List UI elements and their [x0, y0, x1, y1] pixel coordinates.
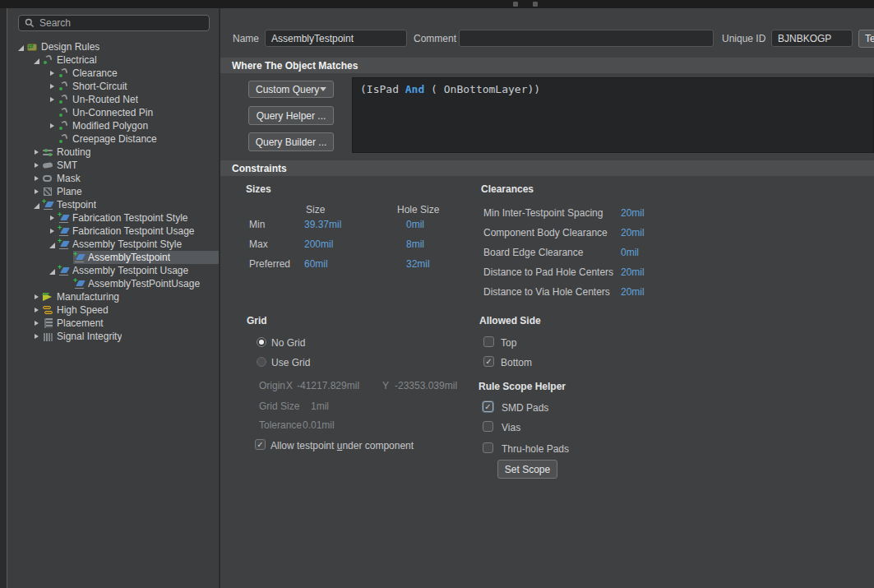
- min-hole-size-value[interactable]: 0mil: [406, 219, 424, 230]
- testpoint-icon: [58, 238, 70, 250]
- expand-arrow-icon[interactable]: [31, 292, 42, 303]
- expand-arrow-icon[interactable]: [47, 213, 58, 224]
- expand-arrow-icon[interactable]: [47, 95, 58, 105]
- use-grid-label[interactable]: Use Grid: [271, 357, 310, 368]
- rule-icon: [58, 107, 70, 118]
- distance-to-pad-hole-centers-value[interactable]: 20mil: [621, 266, 645, 278]
- clearance-row-label: Distance to Via Hole Centers: [483, 286, 610, 298]
- tree-item-label: AssemblyTestPointUsage: [88, 278, 200, 289]
- set-scope-button[interactable]: Set Scope: [497, 460, 557, 479]
- search-placeholder: Search: [39, 17, 71, 29]
- expand-arrow-icon[interactable]: [31, 160, 42, 171]
- bottom-checkbox[interactable]: [483, 356, 494, 367]
- comment-input[interactable]: [459, 30, 714, 47]
- collapse-arrow-icon[interactable]: [31, 200, 42, 211]
- tree-item-assemblytestpointusage[interactable]: AssemblyTestPointUsage: [7, 277, 219, 290]
- query-builder-button[interactable]: Query Builder ...: [248, 132, 334, 151]
- preferred-hole-size-value[interactable]: 32mil: [406, 258, 430, 270]
- thru-hole-pads-checkbox[interactable]: [483, 442, 493, 453]
- origin-x-label: X: [286, 380, 293, 391]
- collapse-arrow-icon[interactable]: [31, 55, 42, 66]
- preferred-size-value[interactable]: 60mil: [304, 258, 328, 270]
- thru-hole-pads-label[interactable]: Thru-hole Pads: [502, 443, 569, 455]
- testpoint-icon: [58, 212, 70, 224]
- set-scope-label: Set Scope: [505, 464, 550, 475]
- tree-item-label: Fabrication Testpoint Style: [72, 212, 188, 224]
- placement-icon: [42, 317, 54, 329]
- top-label[interactable]: Top: [501, 337, 516, 349]
- tree-item-design-rules[interactable]: Design Rules: [7, 40, 219, 53]
- tree-item-creepage-distance[interactable]: Creepage Distance: [7, 132, 219, 146]
- expand-arrow-icon[interactable]: [31, 331, 42, 342]
- clearance-row-label: Board Edge Clearance: [483, 247, 583, 258]
- tree-item-smt[interactable]: SMT: [7, 159, 219, 172]
- test-queries-button-clipped[interactable]: Tes: [858, 30, 874, 48]
- custom-query-editor[interactable]: (IsPad And ( OnBottomLayer)): [352, 77, 874, 153]
- collapse-arrow-icon[interactable]: [16, 42, 26, 53]
- expand-arrow-icon[interactable]: [47, 81, 58, 92]
- max-hole-size-value[interactable]: 8mil: [406, 238, 424, 250]
- expand-arrow-icon[interactable]: [31, 147, 42, 158]
- name-input[interactable]: AssemblyTestpoint: [265, 30, 407, 47]
- tree-item-assembly-testpoint-usage[interactable]: Assembly Testpoint Usage: [7, 264, 219, 277]
- allowed-side-section-title: Allowed Side: [479, 315, 541, 326]
- collapse-arrow-icon[interactable]: [47, 266, 58, 276]
- smd-pads-checkbox[interactable]: [483, 401, 493, 412]
- unique-id-input[interactable]: BJNBKOGP: [771, 30, 853, 47]
- high-speed-icon: [42, 304, 54, 316]
- tree-item-modified-polygon[interactable]: Modified Polygon: [7, 119, 219, 132]
- testpoint-icon: [73, 252, 86, 263]
- tree-item-plane[interactable]: Plane: [7, 185, 219, 198]
- no-grid-radio[interactable]: [257, 337, 266, 347]
- top-checkbox[interactable]: [483, 336, 494, 347]
- tree-item-fabrication-testpoint-style[interactable]: Fabrication Testpoint Style: [7, 211, 219, 225]
- tree-item-high-speed[interactable]: High Speed: [7, 303, 219, 317]
- tree-item-testpoint[interactable]: Testpoint: [7, 198, 219, 211]
- size-row-label: Preferred: [249, 258, 290, 270]
- expand-arrow-icon[interactable]: [31, 187, 42, 197]
- max-size-value[interactable]: 200mil: [304, 238, 333, 250]
- tree-item-fabrication-testpoint-usage[interactable]: Fabrication Testpoint Usage: [7, 225, 219, 238]
- use-grid-radio[interactable]: [257, 357, 266, 367]
- allow-testpoint-under-component-checkbox[interactable]: [255, 439, 266, 450]
- tree-item-un-connected-pin[interactable]: Un-Connected Pin: [7, 106, 219, 119]
- query-helper-button[interactable]: Query Helper ...: [248, 106, 334, 125]
- distance-to-via-hole-centers-value[interactable]: 20mil: [621, 286, 645, 298]
- smd-pads-label[interactable]: SMD Pads: [502, 402, 548, 414]
- vias-checkbox[interactable]: [483, 421, 493, 432]
- grid-size-label: Grid Size: [259, 400, 299, 412]
- min-size-value[interactable]: 39.37mil: [304, 219, 341, 230]
- component-body-clearance-value[interactable]: 20mil: [621, 227, 645, 238]
- tree-item-placement[interactable]: Placement: [7, 317, 219, 330]
- scope-type-dropdown[interactable]: Custom Query: [248, 81, 334, 98]
- tree-item-signal-integrity[interactable]: Signal Integrity: [7, 330, 219, 343]
- bottom-label[interactable]: Bottom: [501, 357, 532, 368]
- expand-arrow-icon[interactable]: [47, 68, 58, 79]
- board-edge-clearance-value[interactable]: 0mil: [621, 247, 639, 258]
- allow-testpoint-under-component-label[interactable]: Allow testpoint under component: [271, 440, 414, 451]
- tree-item-electrical[interactable]: Electrical: [7, 53, 219, 67]
- query-builder-label: Query Builder ...: [256, 137, 327, 148]
- hole-size-column-header: Hole Size: [397, 204, 439, 215]
- search-input[interactable]: Search: [18, 15, 210, 31]
- expand-arrow-icon[interactable]: [31, 305, 42, 316]
- grid-section-title: Grid: [247, 315, 267, 326]
- expand-arrow-icon[interactable]: [31, 318, 42, 329]
- tree-item-assembly-testpoint-style[interactable]: Assembly Testpoint Style: [7, 238, 219, 251]
- no-grid-label[interactable]: No Grid: [271, 337, 305, 349]
- expand-arrow-icon[interactable]: [31, 174, 42, 184]
- expand-arrow-icon[interactable]: [47, 121, 58, 132]
- tree-item-short-circuit[interactable]: Short-Circuit: [7, 80, 219, 93]
- tree-item-clearance[interactable]: Clearance: [7, 67, 219, 80]
- min-inter-testpoint-spacing-value[interactable]: 20mil: [621, 207, 645, 219]
- tree-item-routing[interactable]: Routing: [7, 146, 219, 159]
- collapse-arrow-icon[interactable]: [47, 239, 58, 250]
- where-object-matches-header: Where The Object Matches: [220, 58, 874, 73]
- tree-item-mask[interactable]: Mask: [7, 172, 219, 185]
- tree-item-un-routed-net[interactable]: Un-Routed Net: [7, 93, 219, 106]
- vias-label[interactable]: Vias: [502, 422, 520, 433]
- tree-item-manufacturing[interactable]: Manufacturing: [7, 290, 219, 303]
- tree-item-assemblytestpoint[interactable]: AssemblyTestpoint: [7, 251, 219, 264]
- expand-arrow-icon[interactable]: [47, 226, 58, 237]
- tree-item-label: Plane: [57, 186, 82, 197]
